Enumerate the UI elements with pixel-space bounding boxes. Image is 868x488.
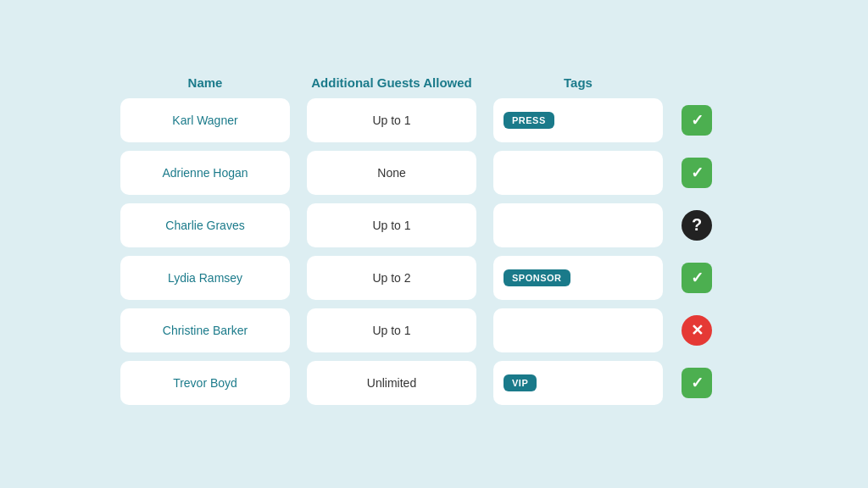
table-row: Charlie GravesUp to 1 bbox=[103, 203, 765, 247]
name-value: Trevor Boyd bbox=[120, 361, 290, 405]
checkmark-symbol bbox=[691, 269, 704, 287]
guests-cell: Unlimited bbox=[298, 361, 485, 405]
table-row: Karl WagnerUp to 1PRESS bbox=[103, 98, 765, 142]
status-cell[interactable] bbox=[671, 368, 722, 398]
name-value: Christine Barker bbox=[120, 308, 290, 352]
status-cell[interactable] bbox=[671, 105, 722, 136]
guests-value: Up to 1 bbox=[307, 203, 476, 247]
table-row: Trevor BoydUnlimitedVIP bbox=[103, 361, 765, 405]
check-icon[interactable] bbox=[682, 263, 712, 293]
header-name: Name bbox=[112, 75, 298, 90]
guests-cell: Up to 1 bbox=[298, 98, 485, 142]
guests-cell: Up to 2 bbox=[298, 256, 485, 300]
guests-cell: Up to 1 bbox=[298, 203, 485, 247]
tag-badge: PRESS bbox=[504, 112, 554, 129]
guests-cell: Up to 1 bbox=[298, 308, 485, 352]
checkmark-symbol bbox=[691, 374, 704, 392]
tags-cell bbox=[485, 308, 671, 352]
name-value: Charlie Graves bbox=[120, 203, 290, 247]
guests-cell: None bbox=[298, 151, 485, 195]
tags-box: PRESS bbox=[493, 98, 663, 142]
guests-value: Up to 2 bbox=[307, 256, 476, 300]
name-cell: Charlie Graves bbox=[112, 203, 298, 247]
guests-value: Up to 1 bbox=[307, 98, 476, 142]
name-cell: Lydia Ramsey bbox=[112, 256, 298, 300]
name-cell: Adrienne Hogan bbox=[112, 151, 298, 195]
tags-cell: PRESS bbox=[485, 98, 671, 142]
name-cell: Trevor Boyd bbox=[112, 361, 298, 405]
table-header: Name Additional Guests Allowed Tags bbox=[103, 75, 765, 90]
table-row: Lydia RamseyUp to 2SPONSOR bbox=[103, 256, 765, 300]
cross-icon[interactable] bbox=[682, 315, 712, 346]
header-tags: Tags bbox=[485, 75, 671, 90]
guests-value: Up to 1 bbox=[307, 308, 476, 352]
header-guests: Additional Guests Allowed bbox=[298, 75, 485, 90]
name-value: Lydia Ramsey bbox=[120, 256, 290, 300]
name-value: Karl Wagner bbox=[120, 98, 290, 142]
name-cell: Karl Wagner bbox=[112, 98, 298, 142]
tags-cell: SPONSOR bbox=[485, 256, 671, 300]
table-container: Name Additional Guests Allowed Tags Karl… bbox=[103, 55, 765, 434]
tags-box bbox=[493, 151, 663, 195]
check-icon[interactable] bbox=[682, 368, 712, 398]
status-cell[interactable] bbox=[671, 210, 722, 241]
table-row: Adrienne HoganNone bbox=[103, 151, 765, 195]
tags-cell bbox=[485, 203, 671, 247]
tags-cell: VIP bbox=[485, 361, 671, 405]
tags-cell bbox=[485, 151, 671, 195]
check-icon[interactable] bbox=[682, 105, 712, 136]
crossmark-symbol bbox=[691, 321, 704, 340]
status-cell[interactable] bbox=[671, 263, 722, 293]
name-value: Adrienne Hogan bbox=[120, 151, 290, 195]
status-cell[interactable] bbox=[671, 158, 722, 188]
guests-value: None bbox=[307, 151, 476, 195]
tag-badge: SPONSOR bbox=[504, 269, 570, 286]
check-icon[interactable] bbox=[682, 158, 712, 188]
name-cell: Christine Barker bbox=[112, 308, 298, 352]
tags-box bbox=[493, 203, 663, 247]
tags-box bbox=[493, 308, 663, 352]
checkmark-symbol bbox=[691, 164, 704, 182]
questionmark-symbol bbox=[692, 215, 702, 235]
tags-box: VIP bbox=[493, 361, 663, 405]
tags-box: SPONSOR bbox=[493, 256, 663, 300]
checkmark-symbol bbox=[691, 111, 704, 130]
guests-value: Unlimited bbox=[307, 361, 476, 405]
header-status bbox=[671, 75, 722, 90]
question-icon[interactable] bbox=[682, 210, 712, 241]
tag-badge: VIP bbox=[504, 374, 537, 391]
status-cell[interactable] bbox=[671, 315, 722, 346]
table-row: Christine BarkerUp to 1 bbox=[103, 308, 765, 352]
table-body: Karl WagnerUp to 1PRESSAdrienne HoganNon… bbox=[103, 98, 765, 405]
